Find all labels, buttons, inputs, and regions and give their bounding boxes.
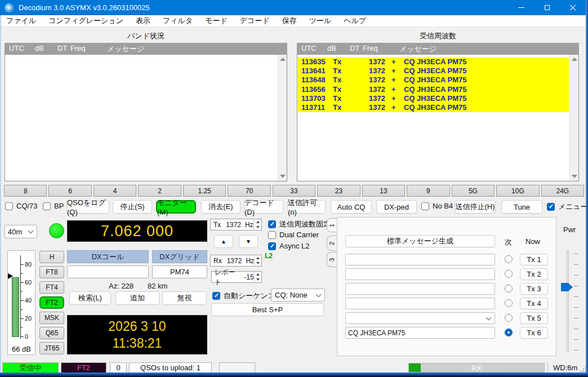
tx5-now-button[interactable]: Tx 5 [520,312,548,324]
mode-q65-button[interactable]: Q65 [39,327,64,339]
mode-h-button[interactable]: H [39,251,64,263]
monitor-button[interactable]: モニター(M) [156,200,196,214]
bp-checkbox[interactable]: BP [43,202,64,210]
erase-button[interactable]: 消去(E) [201,200,240,214]
band-activity-list[interactable] [5,54,287,181]
menu-filter[interactable]: フィルタ [157,16,199,26]
band-10g[interactable]: 10G [496,185,539,197]
hold-tx-freq-checkbox[interactable]: 送信周波数固定 [268,219,331,229]
tx6-next-radio[interactable] [505,329,513,336]
scroll-down-icon[interactable] [572,175,577,178]
cq73-checkbox[interactable]: CQ/73 [5,202,38,210]
band-list-scrollbar[interactable] [278,55,287,181]
menus-checkbox[interactable]: メニュー [547,202,588,212]
tx-freq-spinner[interactable]: Tx 1372 Hz [210,219,262,230]
generate-std-messages-button[interactable]: 標準メッセージ生成 [345,235,495,247]
tx-up-button[interactable]: ▲ [214,235,233,248]
lookup-button[interactable]: 検索(L) [69,291,111,305]
menu-help[interactable]: ヘルプ [337,16,372,26]
scroll-up-icon[interactable] [572,57,577,61]
band-33[interactable]: 33 [273,185,315,197]
tune-button[interactable]: Tune [501,200,542,214]
tab-2[interactable]: 2 [327,236,337,251]
decode-button[interactable]: デコード(D) [244,200,283,214]
tx2-next-radio[interactable] [505,270,513,278]
tx3-message-field[interactable] [345,283,495,295]
mode-jt65-button[interactable]: JT65 [39,342,64,354]
decode-row[interactable]: 113648Tx1372+CQ JH3ECA PM75 [298,76,569,85]
scroll-up-icon[interactable] [280,57,286,61]
menu-view[interactable]: 表示 [130,16,157,26]
tx2-message-field[interactable] [345,268,495,280]
mode-ft4-button[interactable]: FT4 [39,281,64,294]
mode-ft8-button[interactable]: FT8 [39,266,64,278]
decode-row[interactable]: 113703Tx1372+CQ JH3ECA PM75 [298,94,569,103]
decode-row[interactable]: 113711Tx1372+CQ JH3ECA PM75 [298,103,569,112]
tx6-message-field[interactable]: CQ JH3ECA PM75 [345,327,495,339]
band-23[interactable]: 23 [317,185,360,197]
band-4[interactable]: 4 [93,185,136,197]
tx2-now-button[interactable]: Tx 2 [520,268,548,280]
band-6[interactable]: 6 [48,185,91,197]
pwr-slider-track[interactable] [567,250,569,352]
decode-row[interactable]: 113641Tx1372+CQ JH3ECA PM75 [298,66,569,76]
auto-sequence-checkbox[interactable]: 自動シーケンス [212,291,275,301]
cq-select[interactable]: CQ: None [271,289,325,301]
decode-row[interactable]: 113635Tx1372+CQ JH3ECA PM75 [298,57,569,66]
tx3-now-button[interactable]: Tx 3 [520,283,548,295]
tx3-next-radio[interactable] [505,285,513,292]
band-13[interactable]: 13 [362,185,405,197]
tx-down-button[interactable]: ▼ [239,235,258,248]
tab-3[interactable]: 3 [327,252,337,267]
tx1-message-field[interactable] [345,254,495,265]
tx5-next-radio[interactable] [505,314,513,322]
band-24g[interactable]: 24G [541,185,584,197]
menu-decode[interactable]: デコード [234,16,276,26]
band-8[interactable]: 8 [4,185,47,197]
no-b4-checkbox[interactable]: No B4 [421,202,453,210]
close-button[interactable] [560,0,586,15]
band-2[interactable]: 2 [138,185,181,197]
menu-save[interactable]: 保存 [276,16,303,26]
dual-carrier-checkbox[interactable]: Dual Carrier [268,230,319,239]
mode-msk-button[interactable]: MSK [39,312,64,324]
ignore-button[interactable]: 無視 [162,291,207,305]
rx-frequency-list[interactable]: 113635Tx1372+CQ JH3ECA PM75 113641Tx1372… [297,54,579,181]
band-5g[interactable]: 5G [452,185,495,197]
rx-freq-spinner[interactable]: Rx 1372 Hz [210,255,262,267]
tx1-now-button[interactable]: Tx 1 [520,254,548,265]
auto-cq-button[interactable]: Auto CQ [331,200,372,214]
band-9[interactable]: 9 [407,185,449,197]
report-spinner[interactable]: レポート -15 [211,271,262,283]
menu-tools[interactable]: ツール [303,16,338,26]
decode-row[interactable]: 113656Tx1372+CQ JH3ECA PM75 [298,85,569,94]
band-1-25[interactable]: 1.25 [183,185,226,197]
dx-ped-button[interactable]: DX-ped [376,200,417,214]
tx5-message-combo[interactable] [345,312,495,324]
menu-mode[interactable]: モード [199,16,234,26]
tx4-now-button[interactable]: Tx 4 [520,298,548,309]
dx-call-input[interactable] [67,265,149,278]
stop-button[interactable]: 停止(S) [113,200,152,214]
best-sp-button[interactable]: Best S+P [211,303,324,316]
rx-list-scrollbar[interactable] [569,55,578,181]
tx1-next-radio[interactable] [505,255,513,263]
tx4-message-field[interactable] [345,298,495,309]
add-button[interactable]: 追加 [115,291,159,305]
enable-tx-button[interactable]: 送信許可(n) [287,200,326,214]
minimize-button[interactable] [508,0,534,15]
tab-1[interactable]: 1 [327,218,337,232]
maximize-button[interactable] [534,0,560,15]
band-70[interactable]: 70 [228,185,270,197]
pwr-slider-thumb[interactable] [561,283,573,291]
tx4-next-radio[interactable] [505,299,513,307]
menu-file[interactable]: ファイル [0,16,42,26]
log-qso-button[interactable]: QSOをログ(Q) [66,200,109,214]
spinner-arrows[interactable] [254,255,261,266]
dx-grid-input[interactable]: PM74 [152,265,207,278]
scroll-down-icon[interactable] [280,175,286,178]
band-select[interactable]: 40m [5,225,37,238]
async-l2-checkbox[interactable]: Async L2 [268,242,309,250]
menu-configuration[interactable]: コンフィグレーション [42,16,130,26]
halt-tx-button[interactable]: 送信停止(H) [455,200,496,214]
